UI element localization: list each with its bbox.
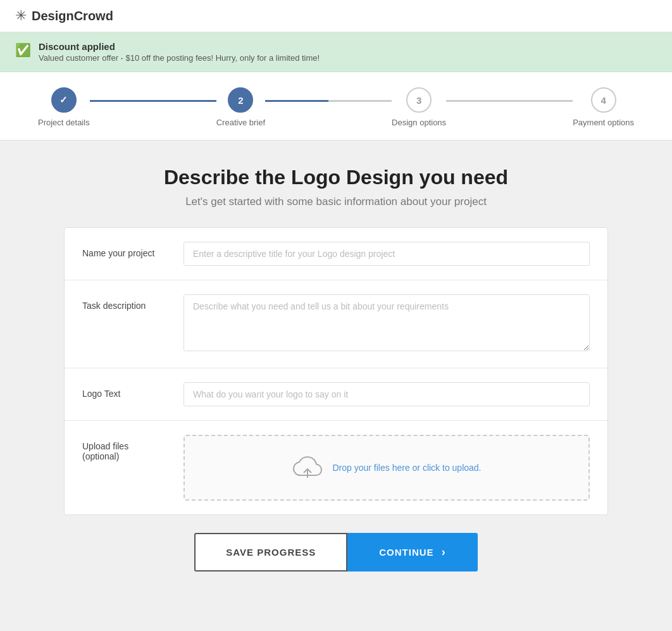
save-progress-button[interactable]: SAVE PROGRESS <box>194 533 347 572</box>
step-3: 3 Design options <box>392 87 446 127</box>
discount-subtitle: Valued customer offer - $10 off the post… <box>39 53 320 63</box>
logo-text-label: Logo Text <box>82 382 184 399</box>
continue-button[interactable]: CONTINUE › <box>347 533 477 572</box>
continue-label: CONTINUE <box>379 547 433 558</box>
continue-arrow-icon: › <box>442 546 446 559</box>
step-3-circle: 3 <box>406 87 432 113</box>
step-1-label: Project details <box>38 118 90 127</box>
task-description-input[interactable] <box>184 294 590 351</box>
discount-title: Discount applied <box>39 41 320 52</box>
discount-banner: ✅ Discount applied Valued customer offer… <box>0 32 672 72</box>
discount-content: Discount applied Valued customer offer -… <box>39 41 320 63</box>
main-content: Describe the Logo Design you need Let's … <box>51 141 621 603</box>
step-line-2 <box>265 100 392 102</box>
step-3-label: Design options <box>392 118 446 127</box>
task-description-field <box>184 294 590 354</box>
step-4-label: Payment options <box>573 118 634 127</box>
header: ✳ DesignCrowd <box>0 0 672 32</box>
logo-text: DesignCrowd <box>32 9 113 23</box>
upload-dropzone[interactable]: Drop your files here or click to upload. <box>184 435 590 501</box>
upload-cloud-icon <box>292 454 323 482</box>
step-4: 4 Payment options <box>573 87 634 127</box>
stepper-container: ✓ Project details 2 Creative brief 3 Des… <box>0 72 672 141</box>
step-1-circle: ✓ <box>51 87 77 113</box>
upload-files-field: Drop your files here or click to upload. <box>184 435 590 501</box>
upload-files-row: Upload files(optional) Drop your files h… <box>65 421 607 515</box>
stepper: ✓ Project details 2 Creative brief 3 Des… <box>38 87 634 127</box>
task-description-row: Task description <box>65 280 607 368</box>
logo-icon: ✳ <box>15 8 27 24</box>
step-2: 2 Creative brief <box>216 87 265 127</box>
step-1: ✓ Project details <box>38 87 90 127</box>
project-name-input[interactable] <box>184 242 590 266</box>
project-name-field <box>184 242 590 266</box>
discount-check-icon: ✅ <box>15 42 31 58</box>
project-name-row: Name your project <box>65 228 607 280</box>
form-card: Name your project Task description Logo … <box>64 227 608 515</box>
step-line-1 <box>90 100 216 102</box>
step-2-label: Creative brief <box>216 118 265 127</box>
upload-instructions: Drop your files here or click to upload. <box>333 463 482 473</box>
page-subtitle: Let's get started with some basic inform… <box>64 196 608 208</box>
action-bar: SAVE PROGRESS CONTINUE › <box>64 533 608 584</box>
step-4-circle: 4 <box>591 87 616 113</box>
logo-text-field <box>184 382 590 406</box>
step-line-3 <box>446 100 573 102</box>
step-2-circle: 2 <box>228 87 253 113</box>
page-title: Describe the Logo Design you need <box>64 166 608 189</box>
task-description-label: Task description <box>82 294 184 311</box>
logo-text-row: Logo Text <box>65 368 607 421</box>
upload-files-label: Upload files(optional) <box>82 435 184 461</box>
logo: ✳ DesignCrowd <box>15 8 113 24</box>
logo-text-input[interactable] <box>184 382 590 406</box>
project-name-label: Name your project <box>82 242 184 258</box>
